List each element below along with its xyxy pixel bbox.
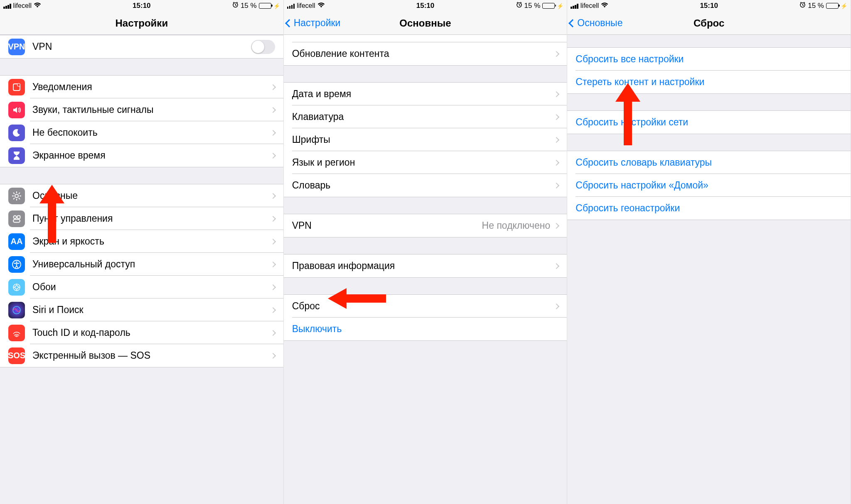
alarm-icon	[516, 2, 522, 10]
status-time: 15:10	[700, 2, 718, 10]
status-bar: lifecell 15:10 15 % ⚡	[0, 0, 283, 12]
row-content-refresh[interactable]: Обновление контента	[284, 42, 567, 65]
screen-general: lifecell 15:10 15 % ⚡ Настройки Основные…	[284, 0, 568, 504]
battery-percent: 15 %	[241, 2, 257, 10]
row-label: Клавиатура	[292, 111, 555, 122]
row-label: Экранное время	[32, 150, 271, 161]
row-erase-all-content[interactable]: Стереть контент и настройки	[567, 71, 851, 93]
control-center-icon	[8, 210, 25, 227]
chevron-right-icon	[270, 107, 276, 113]
row-do-not-disturb[interactable]: Не беспокоить	[0, 121, 283, 144]
row-label: Обновление контента	[292, 48, 555, 59]
chevron-right-icon	[553, 91, 559, 97]
row-legal[interactable]: Правовая информация	[284, 254, 567, 277]
chevron-right-icon	[553, 182, 559, 188]
row-fonts[interactable]: Шрифты	[284, 128, 567, 151]
row-label: Язык и регион	[292, 157, 555, 168]
page-title: Основные	[399, 17, 451, 29]
row-wallpaper[interactable]: Обои	[0, 276, 283, 298]
row-reset-keyboard-dict[interactable]: Сбросить словарь клавиатуры	[567, 151, 851, 174]
page-title: Сброс	[694, 17, 724, 29]
row-detail: Не подключено	[482, 220, 551, 231]
row-shutdown[interactable]: Выключить	[284, 318, 567, 340]
row-date-time[interactable]: Дата и время	[284, 83, 567, 105]
row-label: Обои	[32, 281, 271, 293]
display-icon: AA	[8, 233, 25, 250]
svg-point-17	[13, 284, 20, 291]
row-reset-all-settings[interactable]: Сбросить все настройки	[567, 48, 851, 71]
row-label: Экран и яркость	[32, 236, 271, 247]
sounds-icon	[8, 102, 25, 118]
vpn-icon: VPN	[8, 39, 25, 55]
row-touchid[interactable]: Touch ID и код-пароль	[0, 321, 283, 344]
row-vpn[interactable]: VPN VPN	[0, 35, 283, 58]
row-keyboard[interactable]: Клавиатура	[284, 105, 567, 128]
carrier-label: lifecell	[580, 2, 599, 10]
row-reset-location[interactable]: Сбросить геонастройки	[567, 197, 851, 220]
svg-point-2	[17, 83, 20, 86]
svg-rect-14	[13, 219, 20, 222]
page-title: Настройки	[116, 17, 168, 29]
row-screen-time[interactable]: Экранное время	[0, 144, 283, 167]
siri-icon	[8, 302, 25, 318]
nav-header: Основные Сброс	[567, 12, 851, 35]
cellular-signal-icon	[3, 3, 11, 9]
chevron-right-icon	[553, 137, 559, 142]
row-label: Уведомления	[32, 81, 271, 93]
chevron-left-icon	[285, 19, 293, 27]
row-reset[interactable]: Сброс	[284, 295, 567, 318]
row-sounds[interactable]: Звуки, тактильные сигналы	[0, 98, 283, 121]
row-label: Стереть контент и настройки	[576, 76, 842, 88]
row-label: Звуки, тактильные сигналы	[32, 104, 271, 115]
row-partial-top[interactable]	[284, 35, 567, 42]
hourglass-icon	[8, 147, 25, 164]
charging-icon: ⚡	[557, 3, 563, 9]
svg-point-12	[14, 215, 17, 218]
svg-rect-13	[17, 215, 20, 218]
svg-point-3	[15, 194, 18, 198]
row-siri[interactable]: Siri и Поиск	[0, 298, 283, 321]
row-label: Siri и Поиск	[32, 304, 271, 316]
moon-icon	[8, 125, 25, 141]
row-label: Пункт управления	[32, 213, 271, 224]
charging-icon: ⚡	[841, 3, 847, 9]
chevron-right-icon	[270, 261, 276, 267]
back-button[interactable]: Основные	[567, 17, 622, 29]
chevron-right-icon	[553, 114, 559, 120]
row-accessibility[interactable]: Универсальный доступ	[0, 253, 283, 276]
row-label: VPN	[292, 220, 482, 231]
status-bar: lifecell 15:10 15 % ⚡	[567, 0, 851, 12]
vpn-toggle[interactable]	[251, 40, 275, 54]
row-reset-network[interactable]: Сбросить настройки сети	[567, 111, 851, 134]
row-reset-home-layout[interactable]: Сбросить настройки «Домой»	[567, 174, 851, 197]
row-label: Словарь	[292, 180, 555, 191]
fingerprint-icon	[8, 325, 25, 341]
row-general[interactable]: Основные	[0, 184, 283, 207]
chevron-left-icon	[568, 19, 577, 27]
row-language-region[interactable]: Язык и регион	[284, 151, 567, 174]
screen-reset: lifecell 15:10 15 % ⚡ Основные Сброс Сбр…	[567, 0, 851, 504]
chevron-right-icon	[553, 303, 559, 309]
row-vpn[interactable]: VPN Не подключено	[284, 214, 567, 237]
row-control-center[interactable]: Пункт управления	[0, 207, 283, 230]
row-display-brightness[interactable]: AA Экран и яркость	[0, 230, 283, 253]
battery-icon	[259, 3, 271, 9]
chevron-right-icon	[270, 330, 276, 335]
chevron-right-icon	[553, 159, 559, 165]
row-sos[interactable]: SOS Экстренный вызов — SOS	[0, 344, 283, 367]
nav-header: Настройки	[0, 12, 283, 35]
svg-point-16	[16, 261, 17, 263]
chevron-right-icon	[553, 223, 559, 228]
svg-line-9	[19, 198, 20, 199]
chevron-right-icon	[270, 152, 276, 158]
row-dictionary[interactable]: Словарь	[284, 174, 567, 197]
chevron-right-icon	[270, 130, 276, 135]
back-button[interactable]: Настройки	[284, 17, 341, 29]
row-label: VPN	[32, 41, 251, 52]
chevron-right-icon	[270, 238, 276, 244]
row-label: Основные	[32, 190, 271, 201]
carrier-label: lifecell	[297, 2, 315, 10]
row-notifications[interactable]: Уведомления	[0, 76, 283, 98]
row-label: Шрифты	[292, 134, 555, 145]
row-label: Дата и время	[292, 88, 555, 100]
